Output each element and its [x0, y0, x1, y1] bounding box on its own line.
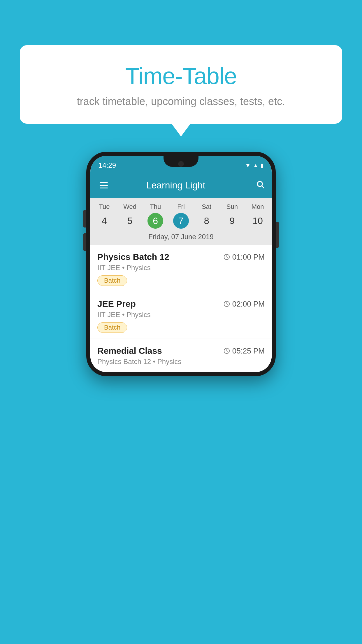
- app-toolbar: Learning Light: [90, 172, 272, 198]
- day-name: Tue: [99, 203, 110, 211]
- schedule-item[interactable]: Remedial Class05:25 PMPhysics Batch 12 •…: [90, 339, 272, 372]
- day-number[interactable]: 9: [224, 213, 240, 229]
- schedule-title: Physics Batch 12: [97, 252, 169, 262]
- schedule-list: Physics Batch 1201:00 PMIIT JEE • Physic…: [90, 245, 272, 372]
- calendar-day[interactable]: Mon10: [246, 203, 269, 229]
- power-button[interactable]: [276, 222, 279, 248]
- day-name: Sun: [226, 203, 238, 211]
- calendar-day[interactable]: Thu6: [144, 203, 167, 229]
- bubble-subtitle: track timetable, upcoming classes, tests…: [34, 95, 328, 108]
- schedule-title: Remedial Class: [97, 346, 162, 356]
- clock-icon: [224, 348, 230, 354]
- day-name: Thu: [150, 203, 161, 211]
- schedule-time: 01:00 PM: [224, 253, 265, 262]
- day-name: Wed: [123, 203, 136, 211]
- schedule-item[interactable]: Physics Batch 1201:00 PMIIT JEE • Physic…: [90, 245, 272, 292]
- schedule-item[interactable]: JEE Prep02:00 PMIIT JEE • PhysicsBatch: [90, 292, 272, 339]
- clock-icon: [224, 301, 230, 307]
- camera-icon: [178, 161, 184, 167]
- batch-tag: Batch: [97, 322, 127, 333]
- calendar-header: Tue4Wed5Thu6Fri7Sat8Sun9Mon10: [90, 198, 272, 230]
- schedule-meta: IIT JEE • Physics: [97, 264, 265, 272]
- day-number[interactable]: 10: [250, 213, 266, 229]
- schedule-item-header: JEE Prep02:00 PM: [97, 299, 265, 309]
- signal-icon: ▲: [253, 162, 258, 169]
- day-name: Sat: [202, 203, 211, 211]
- schedule-item-header: Physics Batch 1201:00 PM: [97, 252, 265, 262]
- phone-frame: 14:29 ▼ ▲ ▮ Learning Light: [86, 152, 276, 376]
- status-icons: ▼ ▲ ▮: [245, 162, 263, 169]
- day-name: Fri: [177, 203, 185, 211]
- day-number[interactable]: 4: [96, 213, 112, 229]
- calendar-day[interactable]: Fri7: [169, 203, 193, 229]
- battery-icon: ▮: [261, 162, 263, 169]
- svg-line-1: [262, 186, 264, 188]
- day-number[interactable]: 6: [147, 213, 163, 229]
- calendar-day[interactable]: Sat8: [195, 203, 218, 229]
- schedule-time-text: 05:25 PM: [232, 346, 265, 356]
- bubble-title: Time-Table: [34, 63, 328, 90]
- clock-icon: [224, 254, 230, 260]
- app-title: Learning Light: [101, 180, 250, 191]
- schedule-meta: IIT JEE • Physics: [97, 311, 265, 319]
- volume-down-button[interactable]: [83, 233, 86, 251]
- schedule-title: JEE Prep: [97, 299, 136, 309]
- calendar-day[interactable]: Tue4: [93, 203, 116, 229]
- calendar-day[interactable]: Sun9: [220, 203, 244, 229]
- phone-notch: [164, 156, 198, 167]
- wifi-icon: ▼: [245, 162, 251, 169]
- schedule-item-header: Remedial Class05:25 PM: [97, 346, 265, 356]
- volume-up-button[interactable]: [83, 210, 86, 228]
- phone-screen: 14:29 ▼ ▲ ▮ Learning Light: [90, 156, 272, 372]
- schedule-time-text: 02:00 PM: [232, 300, 265, 309]
- day-number[interactable]: 8: [199, 213, 215, 229]
- schedule-meta: Physics Batch 12 • Physics: [97, 358, 265, 366]
- calendar-day[interactable]: Wed5: [118, 203, 142, 229]
- batch-tag: Batch: [97, 275, 127, 286]
- status-time: 14:29: [99, 161, 116, 169]
- calendar-date-label: Friday, 07 June 2019: [90, 230, 272, 245]
- schedule-time: 05:25 PM: [224, 346, 265, 356]
- phone-wrapper: 14:29 ▼ ▲ ▮ Learning Light: [86, 152, 276, 376]
- search-button[interactable]: [256, 180, 265, 191]
- speech-bubble: Time-Table track timetable, upcoming cla…: [20, 45, 342, 124]
- schedule-time-text: 01:00 PM: [232, 253, 265, 262]
- day-number[interactable]: 5: [122, 213, 138, 229]
- schedule-time: 02:00 PM: [224, 300, 265, 309]
- day-number[interactable]: 7: [173, 213, 189, 229]
- day-name: Mon: [252, 203, 264, 211]
